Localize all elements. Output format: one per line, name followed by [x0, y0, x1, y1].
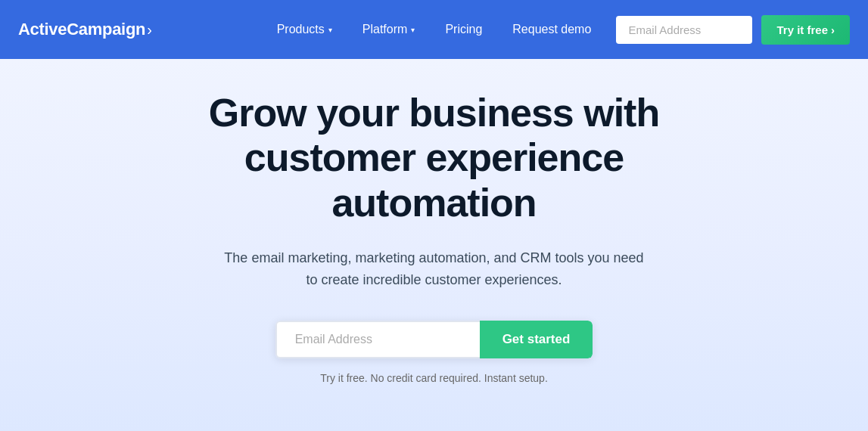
hero-subtitle: The email marketing, marketing automatio… — [222, 247, 646, 291]
nav-request-demo-label: Request demo — [512, 23, 591, 36]
nav-email-input[interactable] — [616, 16, 752, 44]
chevron-down-icon: ▾ — [411, 26, 415, 34]
hero-disclaimer: Try it free. No credit card required. In… — [320, 372, 548, 384]
logo: ActiveCampaign — [18, 20, 145, 39]
try-free-arrow: › — [831, 23, 835, 36]
navbar-center: Products ▾ Platform ▾ Pricing Request de… — [263, 17, 605, 42]
hero-section: Grow your business with customer experie… — [0, 59, 868, 431]
get-started-button[interactable]: Get started — [480, 321, 593, 358]
hero-title: Grow your business with customer experie… — [139, 91, 730, 226]
chevron-down-icon: ▾ — [328, 26, 332, 34]
hero-form: Get started — [275, 321, 593, 358]
try-free-label: Try it free — [776, 23, 828, 36]
nav-platform-label: Platform — [362, 23, 408, 36]
navbar-left: ActiveCampaign › — [18, 20, 152, 39]
nav-pricing-label: Pricing — [445, 23, 482, 36]
hero-email-input[interactable] — [275, 321, 480, 358]
nav-products-label: Products — [277, 23, 325, 36]
logo-arrow: › — [147, 21, 152, 39]
navbar: ActiveCampaign › Products ▾ Platform ▾ P… — [0, 0, 868, 59]
nav-products[interactable]: Products ▾ — [263, 17, 346, 42]
get-started-label: Get started — [502, 332, 571, 346]
navbar-right: Try it free › — [616, 15, 850, 45]
nav-platform[interactable]: Platform ▾ — [349, 17, 429, 42]
nav-pricing[interactable]: Pricing — [431, 17, 496, 42]
nav-request-demo[interactable]: Request demo — [499, 17, 605, 42]
try-free-button[interactable]: Try it free › — [761, 15, 850, 45]
